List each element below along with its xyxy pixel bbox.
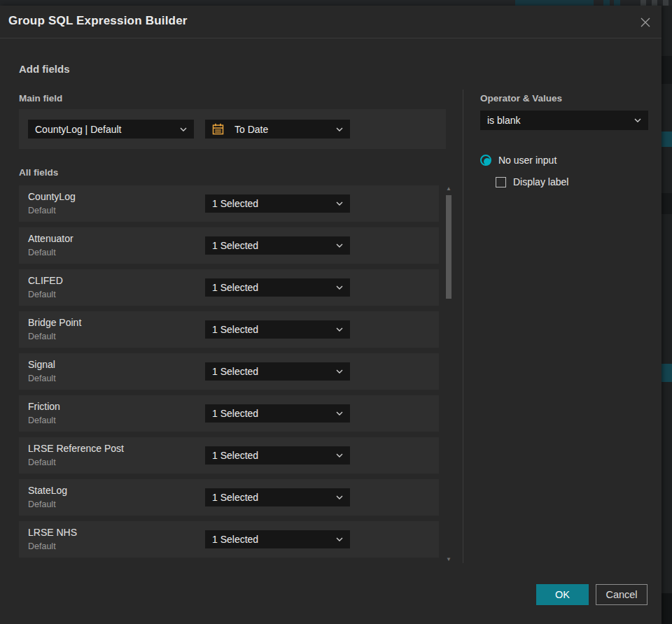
chevron-down-icon [336, 411, 343, 416]
live-view-toggle[interactable]: Live view [515, 0, 594, 6]
field-layer: Default [28, 332, 56, 341]
field-selected-value: 1 Selected [212, 366, 330, 377]
field-layer: Default [28, 541, 56, 551]
background-toolbar-fragment [640, 0, 646, 6]
field-row-attenuator: Attenuator Default 1 Selected [19, 227, 439, 264]
field-selected-dropdown[interactable]: 1 Selected [205, 404, 350, 423]
background-panel-fragment [662, 364, 672, 382]
field-selected-dropdown[interactable]: 1 Selected [205, 278, 350, 297]
display-label-text: Display label [513, 176, 568, 187]
all-fields-label: All fields [19, 167, 58, 178]
field-selected-dropdown[interactable]: 1 Selected [205, 362, 350, 381]
field-selected-dropdown[interactable]: 1 Selected [205, 320, 350, 339]
chevron-down-icon [336, 537, 343, 541]
field-name: Bridge Point [28, 317, 81, 328]
radio-selected-icon [480, 155, 491, 166]
field-layer: Default [28, 458, 56, 467]
date-type-select[interactable]: To Date [205, 120, 350, 139]
field-layer: Default [28, 206, 56, 215]
field-layer: Default [28, 290, 56, 299]
chevron-down-icon [336, 327, 343, 332]
background-toolbar-fragment [614, 0, 620, 6]
background-toolbar-fragment [652, 0, 657, 6]
field-selected-dropdown[interactable]: 1 Selected [205, 236, 350, 255]
cancel-button[interactable]: Cancel [596, 584, 648, 605]
field-selected-value: 1 Selected [212, 240, 330, 251]
chevron-down-icon [336, 243, 343, 248]
field-selected-dropdown[interactable]: 1 Selected [205, 446, 350, 465]
operator-values-label: Operator & Values [480, 93, 562, 104]
field-selected-value: 1 Selected [212, 534, 330, 545]
add-fields-heading: Add fields [19, 63, 70, 75]
field-row-clifed: CLIFED Default 1 Selected [19, 269, 439, 306]
dialog-header: Group SQL Expression Builder [0, 6, 662, 38]
scroll-up-icon[interactable]: ▲ [444, 185, 453, 192]
field-row-lrse-reference-post: LRSE Reference Post Default 1 Selected [19, 437, 439, 474]
chevron-down-icon [336, 453, 343, 458]
field-selected-value: 1 Selected [212, 492, 330, 503]
field-name: StateLog [28, 485, 67, 496]
field-row-friction: Friction Default 1 Selected [19, 395, 439, 432]
all-fields-list: CountyLog Default 1 Selected Attenuator … [19, 185, 439, 563]
column-divider [463, 90, 463, 563]
background-toolbar-fragment [663, 0, 668, 6]
field-name: Attenuator [28, 233, 74, 244]
main-field-row: CountyLog | Default To Date [19, 109, 446, 149]
operator-select-value: is blank [487, 115, 629, 126]
field-name: Signal [28, 359, 55, 370]
field-selected-dropdown[interactable]: 1 Selected [205, 488, 350, 506]
background-panel-fragment [662, 132, 672, 147]
field-layer: Default [28, 499, 56, 509]
chevron-down-icon [336, 201, 343, 206]
background-app-topbar: Live view [0, 0, 672, 6]
dialog-title: Group SQL Expression Builder [8, 14, 188, 28]
chevron-down-icon [336, 495, 343, 499]
field-name: LRSE NHS [28, 527, 77, 538]
field-layer: Default [28, 248, 56, 257]
field-layer: Default [28, 374, 56, 383]
background-toolbar-fragment [603, 0, 610, 6]
field-name: Friction [28, 401, 60, 412]
background-panel-fragment [662, 56, 672, 84]
date-type-select-value: To Date [234, 124, 325, 135]
background-panel-fragment [662, 193, 672, 214]
chevron-down-icon [180, 127, 187, 132]
chevron-down-icon [336, 285, 343, 290]
scrollbar-thumb[interactable] [446, 195, 451, 299]
field-layer: Default [28, 416, 56, 425]
display-label-checkbox[interactable]: Display label [496, 176, 568, 187]
field-selected-value: 1 Selected [212, 450, 330, 461]
field-row-statelog: StateLog Default 1 Selected [19, 479, 439, 516]
group-sql-expression-builder-dialog: Group SQL Expression Builder Add fields … [0, 6, 662, 624]
no-user-input-label: No user input [498, 155, 556, 166]
field-selected-value: 1 Selected [212, 408, 330, 419]
field-row-bridge-point: Bridge Point Default 1 Selected [19, 311, 439, 348]
main-field-label: Main field [19, 93, 62, 104]
checkbox-unchecked-icon [496, 177, 506, 187]
main-field-select[interactable]: CountyLog | Default [28, 120, 194, 139]
field-name: CLIFED [28, 275, 63, 286]
field-selected-value: 1 Selected [212, 198, 330, 209]
field-name: CountyLog [28, 191, 76, 202]
field-name: LRSE Reference Post [28, 443, 124, 454]
field-row-lrse-nhs: LRSE NHS Default 1 Selected [19, 521, 439, 558]
chevron-down-icon [336, 369, 343, 374]
operator-select[interactable]: is blank [480, 111, 648, 130]
calendar-icon [212, 123, 224, 135]
field-row-signal: Signal Default 1 Selected [19, 353, 439, 390]
field-row-countylog: CountyLog Default 1 Selected [19, 185, 439, 222]
ok-button[interactable]: OK [536, 584, 589, 605]
background-app-right-edge [662, 6, 672, 624]
no-user-input-radio[interactable]: No user input [480, 155, 556, 166]
main-field-select-value: CountyLog | Default [35, 124, 174, 135]
field-selected-dropdown[interactable]: 1 Selected [205, 194, 350, 213]
fields-list-scrollbar[interactable]: ▲ ▼ [444, 185, 453, 563]
chevron-down-icon [634, 118, 641, 122]
close-icon [640, 17, 651, 28]
field-selected-value: 1 Selected [212, 282, 330, 293]
field-selected-value: 1 Selected [212, 324, 330, 335]
background-panel-fragment [662, 593, 672, 624]
field-selected-dropdown[interactable]: 1 Selected [205, 530, 350, 548]
close-button[interactable] [638, 15, 652, 29]
scroll-down-icon[interactable]: ▼ [444, 556, 453, 563]
